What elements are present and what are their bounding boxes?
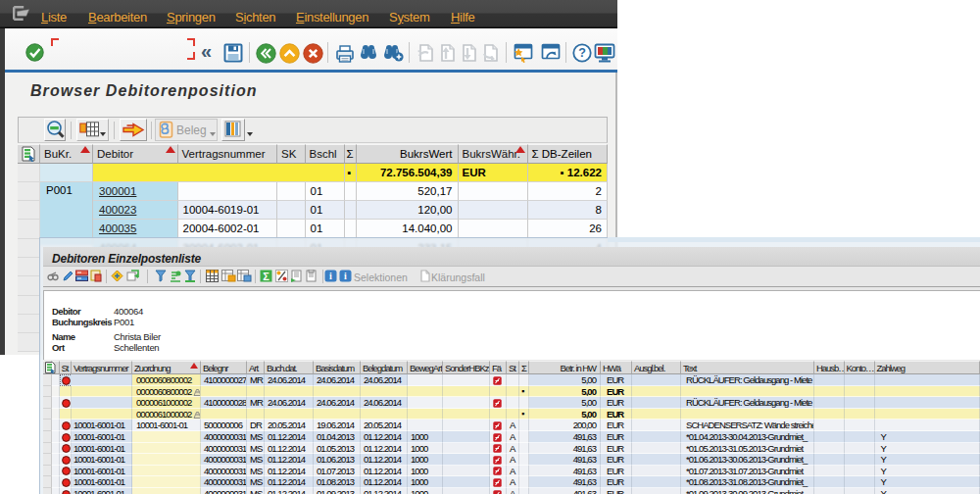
svg-text:i: i — [329, 271, 332, 281]
svg-text:Σ: Σ — [263, 271, 270, 282]
svg-text:?: ? — [578, 46, 586, 60]
svg-text:i: i — [344, 271, 347, 281]
